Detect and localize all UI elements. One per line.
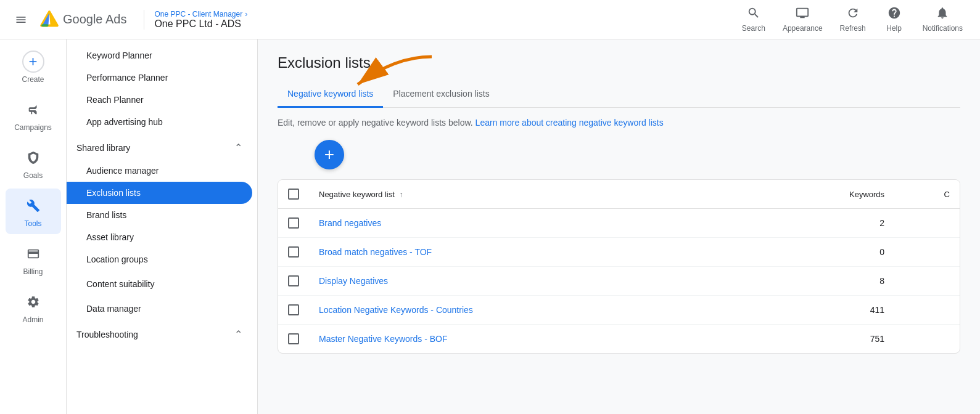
nav-label-create: Create [22, 75, 44, 84]
row-name-link[interactable]: Brand negatives [319, 218, 381, 228]
nav-item-create[interactable]: + Create [6, 44, 61, 90]
row-keywords-cell: 0 [754, 238, 894, 267]
sidebar-item-location-groups[interactable]: Location groups [67, 248, 257, 270]
nav-item-admin[interactable]: Admin [6, 285, 61, 330]
row-checkbox[interactable] [288, 275, 299, 286]
sidebar-item-reach-planner[interactable]: Reach Planner [67, 89, 257, 111]
search-button[interactable]: Search [735, 1, 773, 38]
sidebar-item-keyword-planner[interactable]: Keyword Planner [67, 44, 257, 67]
refresh-button[interactable]: Refresh [833, 1, 873, 38]
row-keywords-cell: 8 [754, 267, 894, 296]
main-layout: + Create Campaigns Goals Tools [0, 39, 980, 414]
nav-item-campaigns[interactable]: Campaigns [6, 92, 61, 138]
appearance-label: Appearance [783, 24, 823, 33]
add-button[interactable]: + [315, 140, 344, 169]
breadcrumb: One PPC - Client Manager › One PPC Ltd -… [144, 10, 247, 30]
table-row: Brand negatives 2 [278, 209, 960, 238]
svg-rect-3 [41, 24, 48, 26]
tools-icon [22, 195, 44, 217]
goals-icon [22, 147, 44, 169]
sidebar-section-content-suitability: Content suitability [67, 273, 257, 295]
table-row: Display Negatives 8 [278, 267, 960, 296]
sidebar-item-app-advertising-hub[interactable]: App advertising hub [67, 111, 257, 133]
refresh-icon [846, 6, 860, 23]
nav-label-goals: Goals [23, 171, 43, 180]
tab-placement-exclusion-lists[interactable]: Placement exclusion lists [383, 81, 499, 108]
th-keywords[interactable]: Keywords [754, 180, 894, 209]
header-actions: Search Appearance Refresh Help Notificat… [735, 1, 970, 38]
row-checkbox[interactable] [288, 304, 299, 315]
sidebar-item-exclusion-lists[interactable]: Exclusion lists [67, 182, 252, 204]
shared-library-chevron: ⌃ [234, 142, 242, 153]
row-keywords-cell: 751 [754, 325, 894, 354]
th-name[interactable]: Negative keyword list ↑ [309, 180, 754, 209]
nav-label-billing: Billing [23, 267, 43, 276]
table-container: Negative keyword list ↑ Keywords C Brand… [278, 179, 960, 354]
row-checkbox-cell [278, 209, 309, 238]
breadcrumb-top[interactable]: One PPC - Client Manager › [154, 10, 247, 18]
appearance-button[interactable]: Appearance [775, 1, 830, 38]
sidebar-item-brand-lists[interactable]: Brand lists [67, 204, 257, 226]
row-checkbox-cell [278, 296, 309, 325]
sidebar-item-asset-library[interactable]: Asset library [67, 226, 257, 248]
row-name-cell: Brand negatives [309, 209, 754, 238]
select-all-checkbox[interactable] [288, 189, 299, 200]
tab-negative-keyword-lists[interactable]: Negative keyword lists [278, 81, 383, 108]
notifications-label: Notifications [923, 24, 963, 33]
admin-icon [22, 291, 44, 313]
table-row: Broad match negatives - TOF 0 [278, 238, 960, 267]
create-icon: + [22, 51, 44, 73]
main-content: Exclusion lists Negative keyword lists P… [258, 39, 980, 414]
tabs-container: Negative keyword lists Placement exclusi… [278, 81, 960, 108]
negative-keyword-lists-table: Negative keyword list ↑ Keywords C Brand… [278, 180, 960, 353]
sidebar: Keyword Planner Performance Planner Reac… [67, 39, 258, 414]
sidebar-item-audience-manager[interactable]: Audience manager [67, 160, 257, 182]
appearance-icon [796, 6, 809, 23]
troubleshooting-chevron: ⌃ [234, 328, 242, 340]
help-label: Help [886, 24, 902, 33]
sidebar-item-content-suitability[interactable]: Content suitability [67, 273, 257, 295]
row-checkbox[interactable] [288, 333, 299, 344]
page-title: Exclusion lists [278, 54, 960, 71]
sidebar-section-troubleshooting: Troubleshooting ⌃ [67, 322, 257, 346]
th-checkbox [278, 180, 309, 209]
hamburger-menu[interactable] [10, 9, 32, 31]
add-button-container: + [278, 140, 960, 169]
row-name-link[interactable]: Location Negative Keywords - Countries [319, 305, 473, 315]
header-left: Google Ads One PPC - Client Manager › On… [10, 9, 735, 31]
row-name-cell: Display Negatives [309, 267, 754, 296]
billing-icon [22, 243, 44, 265]
sidebar-item-performance-planner[interactable]: Performance Planner [67, 67, 257, 89]
search-label: Search [742, 24, 765, 33]
row-checkbox[interactable] [288, 217, 299, 229]
refresh-label: Refresh [840, 24, 866, 33]
row-checkbox[interactable] [288, 246, 299, 258]
table-row: Location Negative Keywords - Countries 4… [278, 296, 960, 325]
help-button[interactable]: Help [876, 1, 913, 38]
sidebar-item-data-manager[interactable]: Data manager [67, 298, 257, 320]
row-campaigns-cell [894, 238, 960, 267]
table-row: Master Negative Keywords - BOF 751 [278, 325, 960, 354]
row-campaigns-cell [894, 325, 960, 354]
shared-library-header[interactable]: Shared library ⌃ [67, 136, 257, 160]
row-checkbox-cell [278, 325, 309, 354]
nav-item-tools[interactable]: Tools [6, 189, 61, 234]
nav-item-goals[interactable]: Goals [6, 140, 61, 186]
th-campaigns[interactable]: C [894, 180, 960, 209]
nav-item-billing[interactable]: Billing [6, 237, 61, 282]
troubleshooting-header[interactable]: Troubleshooting ⌃ [67, 322, 257, 346]
row-name-link[interactable]: Master Negative Keywords - BOF [319, 334, 448, 344]
notifications-button[interactable]: Notifications [915, 1, 970, 38]
notifications-icon [936, 6, 949, 23]
search-icon [747, 6, 760, 23]
row-campaigns-cell [894, 209, 960, 238]
row-name-link[interactable]: Display Negatives [319, 276, 388, 286]
campaigns-icon [22, 99, 44, 121]
row-name-link[interactable]: Broad match negatives - TOF [319, 247, 432, 257]
row-name-cell: Location Negative Keywords - Countries [309, 296, 754, 325]
row-keywords-cell: 411 [754, 296, 894, 325]
nav-label-admin: Admin [22, 315, 43, 324]
row-campaigns-cell [894, 296, 960, 325]
learn-more-link[interactable]: Learn more about creating negative keywo… [476, 118, 664, 128]
description: Edit, remove or apply negative keyword l… [278, 118, 960, 128]
